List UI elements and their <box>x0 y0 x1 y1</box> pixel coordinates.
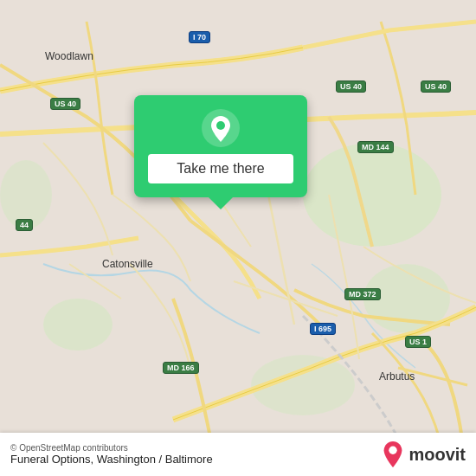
location-label: Funeral Options, Washington / Baltimore <box>10 453 213 466</box>
badge-us40-3: US 40 <box>336 80 366 93</box>
moovit-logo: moovit <box>381 440 466 469</box>
bottom-bar: © OpenStreetMap contributors Funeral Opt… <box>0 433 476 476</box>
badge-md166: MD 166 <box>163 362 199 374</box>
popup-card: Take me there <box>134 95 307 197</box>
badge-i695: I 695 <box>310 323 336 335</box>
location-pin-icon <box>202 109 240 147</box>
moovit-pin-icon <box>381 440 405 469</box>
badge-us40-1: US 40 <box>50 98 80 110</box>
svg-point-4 <box>43 299 113 351</box>
badge-44: 44 <box>16 219 33 231</box>
badge-i70: I 70 <box>189 31 210 43</box>
bottom-left-info: © OpenStreetMap contributors Funeral Opt… <box>10 443 213 466</box>
osm-credit: © OpenStreetMap contributors <box>10 443 213 453</box>
take-me-there-button[interactable]: Take me there <box>148 154 293 183</box>
badge-md372: MD 372 <box>344 288 381 300</box>
svg-point-7 <box>216 121 225 130</box>
moovit-brand-text: moovit <box>408 445 466 465</box>
svg-point-8 <box>389 447 397 454</box>
svg-point-1 <box>303 143 441 247</box>
badge-md144: MD 144 <box>357 141 394 153</box>
badge-us40-4: US 40 <box>421 80 451 93</box>
map-container: Woodlawn Catonsville Arbutus I 70 US 40 … <box>0 0 476 476</box>
map-svg <box>0 0 476 476</box>
badge-us1: US 1 <box>405 336 431 348</box>
